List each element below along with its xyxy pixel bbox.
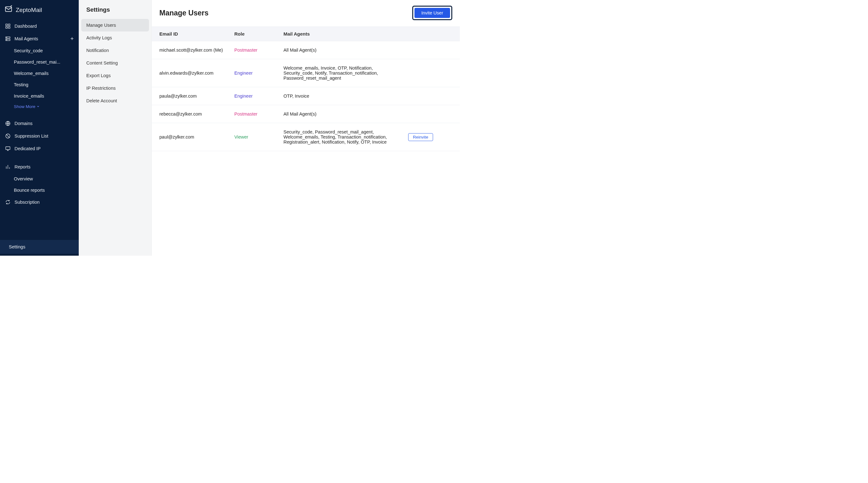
sidebar-subitem-security-code[interactable]: Security_code [0,45,79,56]
monitor-icon [5,146,11,152]
settings-link-notification[interactable]: Notification [81,44,149,57]
cell-role: Viewer [234,134,283,139]
sidebar-item-label: Dashboard [14,24,37,29]
cell-agents: All Mail Agent(s) [283,47,408,53]
cell-role: Postmaster [234,111,283,117]
settings-link-ip-restrictions[interactable]: IP Restrictions [81,82,149,94]
sidebar-item-label: Subscription [14,200,40,205]
users-table-body: michael.scott@zylker.com (Me)PostmasterA… [152,41,460,151]
sidebar-subitem-invoice-emails[interactable]: Invoice_emails [0,90,79,102]
sidebar-item-reports[interactable]: Reports [0,161,79,173]
sidebar-item-suppression[interactable]: Suppression List [0,130,79,142]
sidebar-item-dedicated-ip[interactable]: Dedicated IP [0,142,79,155]
chevron-down-icon [36,104,40,109]
table-row[interactable]: paula@zylker.comEngineerOTP, Invoice [152,87,460,105]
dashboard-icon [5,23,11,29]
settings-link-content-setting[interactable]: Content Setting [81,57,149,69]
table-row[interactable]: alvin.edwards@zylker.comEngineerWelcome_… [152,59,460,87]
settings-title: Settings [79,0,152,19]
brand: ZeptoMail [0,0,79,20]
table-row[interactable]: paul@zylker.comViewerSecurity_code, Pass… [152,123,460,151]
sidebar-item-subscription[interactable]: Subscription [0,196,79,208]
sidebar-nav: Dashboard Mail Agents + Security_code Pa… [0,20,79,240]
refresh-icon [5,199,11,205]
column-header-email: Email ID [159,31,234,36]
svg-point-8 [7,40,7,40]
reinvite-button[interactable]: Reinvite [408,133,433,141]
settings-link-manage-users[interactable]: Manage Users [81,19,149,31]
scrollbar[interactable] [456,0,460,256]
sidebar-item-label: Mail Agents [14,36,38,41]
main-header: Manage Users Invite User [152,0,460,27]
cell-role: Postmaster [234,47,283,53]
svg-rect-1 [6,24,7,26]
cell-email: rebecca@zylker.com [159,111,234,117]
sidebar-footer: Settings [0,240,79,256]
invite-user-button[interactable]: Invite User [414,8,450,18]
sidebar-subitem-welcome-emails[interactable]: Welcome_emails [0,68,79,79]
sidebar-item-label: Domains [14,121,32,126]
cell-action: Reinvite [408,133,452,141]
svg-point-7 [7,37,7,38]
svg-rect-3 [6,27,7,28]
settings-sidebar: Settings Manage Users Activity Logs Noti… [79,0,152,256]
users-table-header: Email ID Role Mail Agents [152,27,460,41]
table-row[interactable]: michael.scott@zylker.com (Me)PostmasterA… [152,41,460,59]
cell-agents: Security_code, Password_reset_mail_agent… [283,129,408,144]
cell-email: paula@zylker.com [159,94,234,99]
sidebar-item-settings[interactable]: Settings [0,240,79,254]
sidebar-item-label: Reports [14,164,31,169]
svg-rect-2 [8,24,10,26]
primary-sidebar: ZeptoMail Dashboard [0,0,79,256]
brand-logo-icon [4,5,12,15]
cell-email: paul@zylker.com [159,134,234,139]
svg-rect-11 [6,147,10,150]
add-mail-agent-icon[interactable]: + [70,36,74,41]
sidebar-subitem-testing[interactable]: Testing [0,79,79,90]
page-title: Manage Users [159,9,209,17]
table-row[interactable]: rebecca@zylker.comPostmasterAll Mail Age… [152,105,460,123]
sidebar-item-label: Suppression List [14,133,48,138]
settings-link-export-logs[interactable]: Export Logs [81,69,149,82]
sidebar-subitem-password-reset[interactable]: Password_reset_mai... [0,56,79,68]
column-header-agents: Mail Agents [283,31,408,36]
cell-agents: All Mail Agent(s) [283,111,408,117]
bar-chart-icon [5,164,11,170]
sidebar-item-mail-agents[interactable]: Mail Agents + [0,32,79,45]
cell-email: michael.scott@zylker.com (Me) [159,47,234,53]
settings-link-activity-logs[interactable]: Activity Logs [81,31,149,44]
sidebar-item-label: Settings [9,244,25,249]
settings-link-delete-account[interactable]: Delete Account [81,94,149,107]
cell-role: Engineer [234,94,283,99]
sidebar-item-label: Dedicated IP [14,146,41,151]
sidebar-item-dashboard[interactable]: Dashboard [0,20,79,32]
main-content: Manage Users Invite User Email ID Role M… [152,0,460,256]
column-header-role: Role [234,31,283,36]
cell-agents: OTP, Invoice [283,94,408,99]
cell-agents: Welcome_emails, Invoice, OTP, Notificati… [283,65,408,80]
sidebar-subitem-overview[interactable]: Overview [0,173,79,185]
svg-rect-4 [8,27,10,28]
sidebar-subitem-bounce-reports[interactable]: Bounce reports [0,185,79,196]
sidebar-show-more[interactable]: Show More [0,102,79,111]
sidebar-item-domains[interactable]: Domains [0,117,79,130]
show-more-label: Show More [14,104,35,109]
brand-name: ZeptoMail [16,7,42,13]
globe-icon [5,121,11,126]
invite-user-highlight: Invite User [412,6,452,20]
suppression-icon [5,133,11,139]
cell-email: alvin.edwards@zylker.com [159,70,234,75]
settings-list: Manage Users Activity Logs Notification … [79,19,152,107]
cell-role: Engineer [234,70,283,75]
mail-agents-icon [5,36,11,41]
